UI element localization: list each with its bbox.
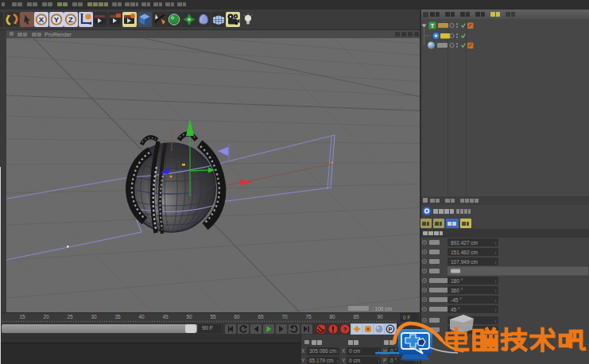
svg-text:-45 °: -45 ° [451,297,462,303]
svg-text:30: 30 [91,314,97,319]
svg-text:75: 75 [305,314,312,319]
svg-text:Z: Z [68,15,73,24]
svg-text:360 °: 360 ° [451,288,463,293]
svg-text:X: X [39,15,45,24]
svg-text:T: T [431,22,435,29]
svg-text:80: 80 [329,314,335,319]
svg-text:45: 45 [162,314,169,319]
svg-text:Y: Y [54,15,60,24]
svg-text:65: 65 [258,314,264,319]
svg-text:35: 35 [114,314,121,319]
svg-text:↕: ↕ [494,279,497,284]
svg-text:50: 50 [186,314,192,319]
svg-text:15: 15 [19,314,25,319]
svg-text:85: 85 [353,314,359,319]
svg-text:↕: ↕ [494,260,497,265]
svg-text:151.462 cm: 151.462 cm [451,250,478,255]
svg-text:?: ? [343,326,347,333]
svg-text:20: 20 [43,314,49,319]
svg-text:892.427 cm: 892.427 cm [451,240,478,246]
svg-text:180 °: 180 ° [451,278,463,284]
svg-text:↕: ↕ [494,241,497,246]
svg-text:25: 25 [67,314,73,319]
svg-text:70: 70 [281,314,288,319]
svg-text:40: 40 [138,314,145,319]
svg-text:60: 60 [234,314,240,319]
svg-text:↕: ↕ [494,298,497,303]
svg-text:107.949 cm: 107.949 cm [451,259,478,265]
svg-text:↕: ↕ [494,250,497,255]
svg-text:55: 55 [210,314,216,319]
svg-text:↕: ↕ [494,288,497,293]
